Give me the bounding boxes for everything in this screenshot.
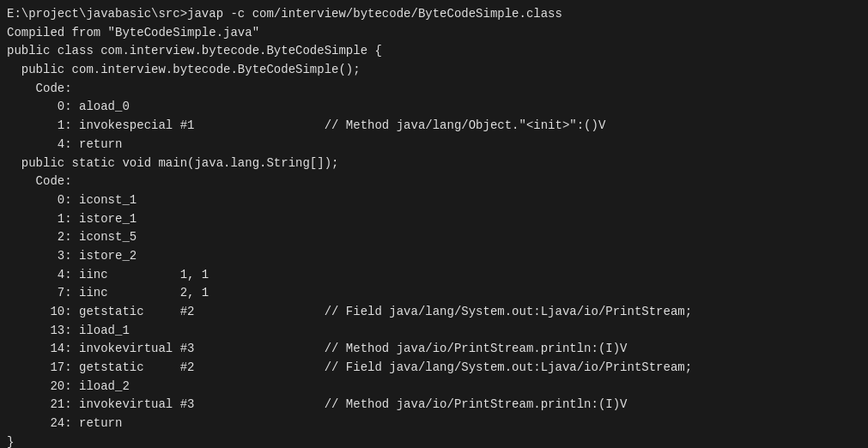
terminal-line: public com.interview.bytecode.ByteCodeSi… bbox=[7, 61, 861, 80]
terminal-line: 0: aload_0 bbox=[7, 98, 861, 117]
terminal-line: 0: iconst_1 bbox=[7, 191, 861, 210]
terminal-line: } bbox=[7, 433, 861, 448]
terminal-line: 1: istore_1 bbox=[7, 210, 861, 229]
terminal-line: E:\project\javabasic\src>javap -c com/in… bbox=[7, 5, 861, 24]
terminal-line: 20: iload_2 bbox=[7, 378, 861, 397]
terminal-line: Compiled from "ByteCodeSimple.java" bbox=[7, 24, 861, 43]
terminal-line: 13: iload_1 bbox=[7, 322, 861, 341]
terminal-line: public static void main(java.lang.String… bbox=[7, 154, 861, 173]
terminal-line: 1: invokespecial #1 // Method java/lang/… bbox=[7, 117, 861, 136]
terminal-line: public class com.interview.bytecode.Byte… bbox=[7, 42, 861, 61]
terminal-line: 21: invokevirtual #3 // Method java/io/P… bbox=[7, 396, 861, 415]
terminal-line: 7: iinc 2, 1 bbox=[7, 284, 861, 303]
terminal-line: 24: return bbox=[7, 415, 861, 433]
terminal-line: 2: iconst_5 bbox=[7, 228, 861, 247]
terminal-line: 14: invokevirtual #3 // Method java/io/P… bbox=[7, 340, 861, 359]
terminal-line: Code: bbox=[7, 80, 861, 99]
terminal-line: 4: iinc 1, 1 bbox=[7, 266, 861, 285]
terminal-line: Code: bbox=[7, 173, 861, 191]
terminal-line: 4: return bbox=[7, 136, 861, 154]
terminal-window: E:\project\javabasic\src>javap -c com/in… bbox=[0, 0, 868, 448]
terminal-line: 3: istore_2 bbox=[7, 247, 861, 266]
terminal-line: 17: getstatic #2 // Field java/lang/Syst… bbox=[7, 359, 861, 378]
terminal-line: 10: getstatic #2 // Field java/lang/Syst… bbox=[7, 303, 861, 322]
